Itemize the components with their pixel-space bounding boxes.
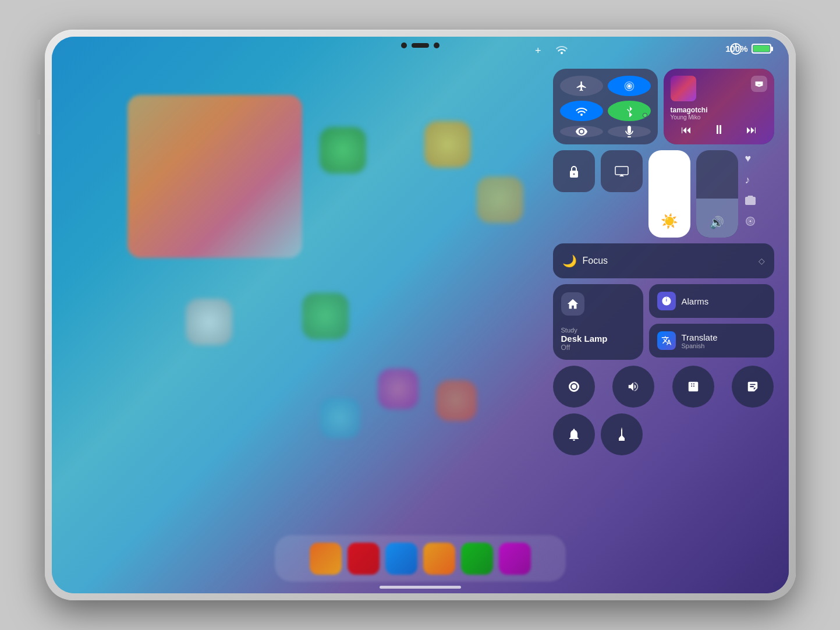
next-button[interactable]: ⏭ — [746, 124, 757, 136]
alarms-label: Alarms — [682, 296, 709, 306]
dock-icon-4[interactable] — [423, 543, 455, 575]
airdrop-button[interactable] — [608, 76, 651, 96]
now-playing-info: tamagotchi Young Miko — [671, 106, 767, 121]
homekit-info: Study Desk Lamp Off — [561, 327, 635, 352]
flashlight-button[interactable] — [601, 413, 643, 455]
translate-icon — [657, 331, 676, 350]
radio-waves-icon — [745, 216, 756, 228]
wifi-toggle-button[interactable] — [560, 101, 603, 121]
dock — [275, 535, 566, 582]
bell-icon — [568, 428, 580, 441]
artist-name: Young Miko — [671, 114, 767, 121]
calculator-icon — [687, 380, 700, 393]
blurred-icon-7 — [320, 398, 360, 438]
now-playing-top — [671, 76, 767, 101]
volume-slider[interactable]: 🔊 — [696, 150, 738, 238]
side-icons: ♥ ♪ — [745, 150, 756, 238]
dock-icon-6[interactable] — [499, 543, 531, 575]
focus-button[interactable]: 🌙 Focus ◇ — [553, 243, 774, 278]
blurred-icon-3 — [477, 176, 523, 223]
svg-point-4 — [573, 174, 575, 175]
note-icon — [746, 380, 759, 393]
focus-filter-button[interactable] — [560, 126, 603, 137]
homekit-icon — [561, 292, 584, 316]
screen-mirror-button[interactable] — [601, 150, 643, 192]
blurred-icon-6 — [378, 369, 419, 409]
quick-note-button[interactable] — [732, 366, 774, 408]
flashlight-icon — [617, 428, 626, 441]
camera-dot — [401, 43, 407, 48]
blurred-icon-1 — [320, 127, 366, 174]
playback-controls: ⏮ ⏸ ⏭ — [671, 122, 767, 137]
focus-label: Focus — [583, 256, 608, 266]
wifi-status-icon — [556, 45, 568, 56]
battery-icon — [752, 44, 771, 54]
svg-point-6 — [749, 220, 752, 222]
dock-icon-1[interactable] — [310, 543, 342, 575]
home-indicator — [380, 586, 461, 589]
cc-row-1: tamagotchi Young Miko ⏮ ⏸ ⏭ — [553, 69, 774, 144]
translate-info: Translate Spanish — [682, 332, 718, 349]
add-button[interactable]: + — [535, 45, 541, 57]
bluetooth-indicator — [643, 113, 647, 118]
brightness-slider[interactable]: ☀️ — [648, 150, 690, 238]
battery-tip — [771, 47, 773, 51]
blurred-icon-5 — [302, 293, 349, 339]
music-note-icon: ♪ — [745, 174, 756, 186]
blurred-icon-2 — [424, 121, 471, 168]
bell-button[interactable] — [553, 413, 595, 455]
translate-button[interactable]: Translate Spanish — [649, 324, 774, 358]
heart-icon[interactable]: ♥ — [745, 153, 756, 165]
blurred-icon-8 — [436, 380, 477, 421]
song-title: tamagotchi — [671, 106, 767, 114]
sound-waves-icon — [627, 380, 640, 393]
homekit-name: Desk Lamp — [561, 334, 635, 344]
now-playing-block[interactable]: tamagotchi Young Miko ⏮ ⏸ ⏭ — [664, 69, 774, 144]
side-button[interactable] — [37, 100, 40, 135]
translate-label: Translate — [682, 332, 718, 342]
ipad-device: + 100% — [45, 30, 796, 600]
dock-icon-5[interactable] — [461, 543, 493, 575]
screen-lock-button[interactable] — [553, 150, 595, 192]
volume-icon: 🔊 — [710, 215, 724, 229]
connectivity-block[interactable] — [553, 69, 658, 144]
translate-language: Spanish — [682, 342, 718, 349]
airplay-button[interactable] — [751, 76, 767, 92]
homekit-button[interactable]: Study Desk Lamp Off — [553, 284, 643, 360]
bluetooth-button[interactable] — [608, 101, 651, 121]
play-pause-button[interactable]: ⏸ — [713, 122, 725, 137]
sound-recognition-button[interactable] — [612, 366, 654, 408]
alarms-button[interactable]: Alarms — [649, 284, 774, 318]
homekit-status: Off — [561, 344, 635, 352]
second-camera-dot — [434, 43, 440, 48]
svg-rect-1 — [735, 43, 736, 48]
camera-icon[interactable] — [745, 196, 756, 207]
alarms-translate-group: Alarms Translate Spanish — [649, 284, 774, 360]
record-dot — [572, 384, 576, 389]
airplane-mode-button[interactable] — [560, 76, 603, 96]
dock-icon-3[interactable] — [385, 543, 417, 575]
moon-icon: 🌙 — [562, 254, 577, 268]
brightness-icon: ☀️ — [661, 213, 678, 229]
previous-button[interactable]: ⏮ — [681, 124, 692, 136]
battery-fill — [753, 45, 770, 52]
homekit-category: Study — [561, 327, 635, 334]
ipad-screen: + 100% — [52, 37, 789, 593]
cc-row-2: ☀️ 🔊 ♥ ♪ — [553, 150, 774, 238]
power-button[interactable] — [729, 43, 742, 58]
cc-row-3: Study Desk Lamp Off Alarms — [553, 284, 774, 360]
album-art — [671, 76, 696, 101]
calculator-button[interactable] — [672, 366, 714, 408]
now-playing-content: tamagotchi Young Miko ⏮ ⏸ ⏭ — [671, 76, 767, 137]
camera-area — [401, 43, 440, 48]
record-icon — [569, 381, 579, 392]
dock-icon-2[interactable] — [348, 543, 380, 575]
mic-mute-button[interactable] — [608, 126, 651, 137]
screen-record-button[interactable] — [553, 366, 595, 408]
cc-bottom-row — [553, 366, 774, 408]
svg-point-2 — [628, 84, 630, 87]
photo-widget — [127, 95, 302, 258]
svg-rect-5 — [615, 167, 628, 175]
focus-chevron-icon: ◇ — [759, 256, 765, 266]
control-center: tamagotchi Young Miko ⏮ ⏸ ⏭ — [553, 69, 774, 455]
